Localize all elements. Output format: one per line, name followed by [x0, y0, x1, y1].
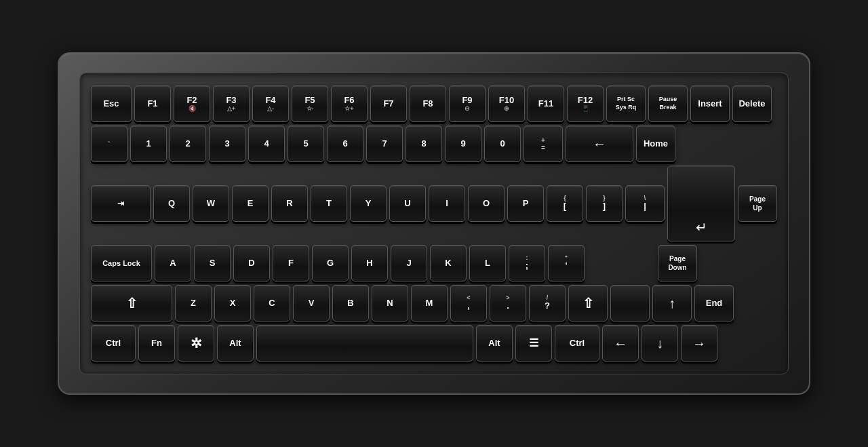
key-4[interactable]: 4 [248, 125, 285, 162]
key-minus-equals[interactable]: + = [524, 125, 563, 162]
key-8[interactable]: 8 [406, 125, 442, 162]
key-2[interactable]: 2 [170, 125, 206, 162]
key-6[interactable]: 6 [327, 125, 363, 162]
key-s[interactable]: S [194, 245, 231, 281]
keyboard-outer: Esc F1 F2🔇 F3△+ F4△- F5☆- F6☆+ F7 F8 F9⊖… [58, 52, 810, 395]
key-tab[interactable]: ⇥ [91, 185, 151, 222]
key-backspace[interactable]: ← [566, 125, 633, 162]
key-q[interactable]: Q [153, 185, 190, 222]
key-up[interactable]: ↑ [652, 285, 692, 322]
key-k[interactable]: K [430, 245, 467, 281]
key-9[interactable]: 9 [445, 125, 481, 162]
key-rbracket[interactable]: } ] [586, 185, 623, 222]
key-w[interactable]: W [193, 185, 229, 222]
key-m[interactable]: M [411, 285, 448, 322]
key-backtick[interactable]: ` [91, 125, 127, 162]
key-insert[interactable]: Insert [690, 85, 730, 122]
number-row: ` 1 2 3 4 5 6 7 8 9 0 + = ← Home [91, 125, 777, 162]
key-f[interactable]: F [273, 245, 309, 281]
key-home[interactable]: Home [636, 125, 675, 162]
qwerty-row: ⇥ Q W E R T Y U I O P { [ } ] [91, 166, 777, 241]
key-7[interactable]: 7 [366, 125, 403, 162]
key-f1[interactable]: F1 [134, 85, 171, 122]
key-lbracket[interactable]: { [ [547, 185, 583, 222]
key-down[interactable]: ↓ [642, 325, 678, 362]
key-z[interactable]: Z [175, 285, 212, 322]
key-f4[interactable]: F4△- [252, 85, 289, 122]
key-lshift[interactable]: ⇧ [91, 285, 172, 322]
keyboard-inner: Esc F1 F2🔇 F3△+ F4△- F5☆- F6☆+ F7 F8 F9⊖… [79, 73, 789, 374]
key-rshift-top[interactable]: ⇧ [568, 285, 608, 322]
key-quote[interactable]: " ' [548, 245, 585, 281]
key-pause[interactable]: PauseBreak [648, 85, 688, 122]
key-0[interactable]: 0 [484, 125, 521, 162]
key-p[interactable]: P [507, 185, 544, 222]
key-r[interactable]: R [271, 185, 308, 222]
key-delete[interactable]: Delete [732, 85, 772, 122]
key-u[interactable]: U [389, 185, 426, 222]
key-right[interactable]: → [681, 325, 717, 362]
key-esc[interactable]: Esc [91, 85, 132, 122]
key-b[interactable]: B [332, 285, 369, 322]
key-e[interactable]: E [232, 185, 269, 222]
key-enter[interactable]: ↵ [667, 166, 735, 241]
key-5[interactable]: 5 [288, 125, 324, 162]
keyboard-rows: Esc F1 F2🔇 F3△+ F4△- F5☆- F6☆+ F7 F8 F9⊖… [91, 85, 777, 362]
key-j[interactable]: J [391, 245, 427, 281]
key-a[interactable]: A [155, 245, 191, 281]
key-3[interactable]: 3 [209, 125, 245, 162]
key-end[interactable]: End [694, 285, 734, 322]
key-v[interactable]: V [293, 285, 330, 322]
key-f8[interactable]: F8 [410, 85, 446, 122]
key-f3[interactable]: F3△+ [213, 85, 250, 122]
function-row: Esc F1 F2🔇 F3△+ F4△- F5☆- F6☆+ F7 F8 F9⊖… [91, 85, 777, 122]
zxcv-row: ⇧ Z X C V B N M < , > . / ? [91, 285, 777, 322]
key-menu[interactable]: ☰ [515, 325, 552, 362]
key-pagedown[interactable]: PageDown [658, 245, 697, 281]
bottom-row: Ctrl Fn ✲ Alt Alt ☰ Ctrl ← ↓ → [91, 325, 777, 362]
key-rshift-spacer[interactable] [610, 285, 650, 322]
key-f5[interactable]: F5☆- [292, 85, 328, 122]
key-l[interactable]: L [469, 245, 506, 281]
key-fn[interactable]: Fn [138, 325, 175, 362]
key-alt-left[interactable]: Alt [217, 325, 254, 362]
key-slash[interactable]: / ? [529, 285, 566, 322]
key-f6[interactable]: F6☆+ [331, 85, 368, 122]
key-f11[interactable]: F11 [528, 85, 564, 122]
key-f7[interactable]: F7 [370, 85, 407, 122]
key-f12[interactable]: F12📱 [567, 85, 604, 122]
key-ctrl-right[interactable]: Ctrl [555, 325, 599, 362]
key-backslash[interactable]: \ | [625, 185, 665, 222]
key-h[interactable]: H [351, 245, 388, 281]
key-ctrl-left[interactable]: Ctrl [91, 325, 136, 362]
key-win[interactable]: ✲ [178, 325, 214, 362]
key-alt-right[interactable]: Alt [476, 325, 513, 362]
key-i[interactable]: I [429, 185, 465, 222]
key-comma[interactable]: < , [450, 285, 487, 322]
key-period[interactable]: > . [490, 285, 526, 322]
key-prtsc[interactable]: Prt ScSys Rq [606, 85, 646, 122]
key-f2[interactable]: F2🔇 [174, 85, 210, 122]
key-f9[interactable]: F9⊖ [449, 85, 486, 122]
key-y[interactable]: Y [350, 185, 387, 222]
key-capslock[interactable]: Caps Lock [91, 245, 152, 281]
key-g[interactable]: G [312, 245, 349, 281]
key-left[interactable]: ← [602, 325, 639, 362]
key-semicolon[interactable]: : ; [509, 245, 545, 281]
key-x[interactable]: X [214, 285, 251, 322]
key-1[interactable]: 1 [130, 125, 167, 162]
key-f10[interactable]: F10⊕ [488, 85, 525, 122]
key-t[interactable]: T [311, 185, 347, 222]
key-space[interactable] [256, 325, 473, 362]
key-d[interactable]: D [233, 245, 270, 281]
key-n[interactable]: N [372, 285, 408, 322]
key-c[interactable]: C [254, 285, 290, 322]
key-pageup[interactable]: PageUp [738, 185, 777, 222]
key-o[interactable]: O [468, 185, 505, 222]
asdf-row: Caps Lock A S D F G H J K L : ; " ' [91, 245, 777, 281]
